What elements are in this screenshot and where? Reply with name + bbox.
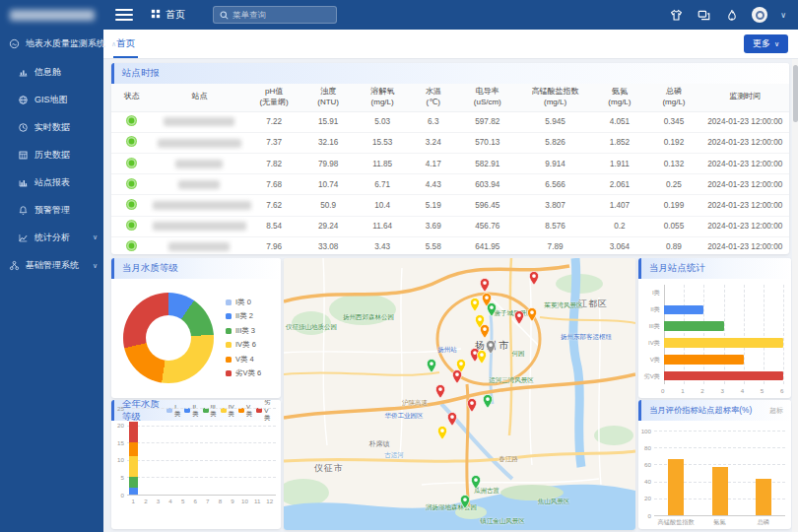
map-pin-green[interactable] [427,359,437,373]
donut-hole [146,315,191,361]
column-header-溶解氧: 溶解氧(mg/L) [356,84,410,111]
sidebar-group-基础管理系统[interactable]: 基础管理系统∨ [0,251,103,280]
hbar-II类[interactable] [664,305,703,315]
map-pin-green[interactable] [483,394,494,409]
legend-label: 劣V类 6 [235,368,261,378]
status-dot-online [127,200,136,209]
table-row[interactable]: 7.6250.910.45.19596.453.8071.4070.199202… [111,195,789,216]
value-cell: 7.37 [247,132,301,153]
gridline [127,477,276,478]
sidebar-group-地表水质量监测系统[interactable]: 地表水质量监测系统∧ [0,30,103,58]
map-pin-red[interactable] [452,369,463,384]
status-dot-online [127,179,136,188]
map-panel: 扬州市江都区仪征市扬州站扬州西郊森林公园仪征捺山地质公园茱萸湾风景区唐子城风景区… [284,258,635,530]
value-cell: 1.852 [592,132,646,153]
map-pin-green[interactable] [460,495,471,509]
map-pin-yellow[interactable] [437,426,448,440]
map-pin-red[interactable] [435,384,446,399]
table-row[interactable]: 7.8279.9811.854.17582.919.9141.9110.1322… [111,153,789,173]
legend-dot [226,313,232,319]
value-cell: 0.199 [646,195,700,216]
flame-icon[interactable] [724,8,739,23]
value-cell: 0.25 [646,174,700,195]
breadcrumb-home[interactable]: 首页 [166,8,185,22]
sidebar-item-站点报表[interactable]: 站点报表 [0,168,103,196]
legend-item-III类[interactable]: III类 3 [226,326,261,336]
tabstrip: 首页 更多∨ [103,30,798,59]
value-cell: 570.13 [457,132,518,153]
x-tick-label: 3 [721,387,724,394]
map-pin-yellow[interactable] [477,350,488,365]
search-input[interactable] [233,10,330,20]
hbar-V类[interactable] [664,355,744,365]
status-cell [111,174,152,195]
value-cell: 6.3 [410,111,457,132]
map-pin-orange[interactable] [527,307,538,322]
menu-search[interactable] [213,6,337,24]
sidebar-item-label: 统计分析 [34,232,70,244]
table-row[interactable]: 8.5429.2411.643.69456.768.5760.20.055202… [111,216,789,236]
sidebar-item-预警管理[interactable]: 预警管理 [0,196,103,224]
theme-skin-icon[interactable] [669,8,684,23]
station-report-panel: 站点时报 状态站点pH值(无量纲)浊度(NTU)溶解氧(mg/L)水温(℃)电导… [111,63,789,254]
y-tick-label: 5 [121,474,124,481]
station-table-body: 7.2215.915.036.3597.825.9454.0510.345202… [111,111,789,254]
sidebar-item-label: 信息舱 [34,66,61,79]
sidebar-item-信息舱[interactable]: 信息舱 [0,58,103,86]
map-pin-orange[interactable] [480,324,491,339]
multi-screen-icon[interactable] [697,8,711,23]
stacked-bar-month-1[interactable] [129,422,138,495]
map-pin-red[interactable] [467,398,478,413]
sidebar-item-label: 站点报表 [34,176,70,189]
sidebar-item-实时数据[interactable]: 实时数据 [0,113,103,141]
table-row[interactable]: 7.3732.1615.533.24570.135.8261.8520.1922… [111,132,789,153]
value-cell: 1.911 [592,153,646,173]
value-cell: 641.95 [457,236,518,254]
sidebar-item-GIS地图[interactable]: GIS地图 [0,86,103,113]
map-canvas[interactable]: 扬州市江都区仪征市扬州站扬州西郊森林公园仪征捺山地质公园茱萸湾风景区唐子城风景区… [284,258,635,530]
map-pin-red[interactable] [514,310,525,325]
station-name-cell [152,195,246,216]
table-row[interactable]: 7.9633.083.435.58641.957.893.0640.892024… [111,236,789,254]
vbar-总磷[interactable] [756,479,771,515]
hbar-III类[interactable] [664,321,724,331]
breadcrumb[interactable]: 首页 [151,8,185,22]
legend-item-劣V类[interactable]: 劣V类 6 [226,368,261,378]
value-cell: 6.71 [356,174,410,195]
dashboard-content: 站点时报 状态站点pH值(无量纲)浊度(NTU)溶解氧(mg/L)水温(℃)电导… [103,59,798,532]
hbar-劣V类[interactable] [664,371,783,381]
map-pin-green[interactable] [487,302,498,317]
x-tick-label: 7 [204,498,212,504]
exceed-rate-legend[interactable]: 超标 [769,406,783,416]
sidebar-item-label: 实时数据 [34,121,70,134]
sidebar-item-历史数据[interactable]: 历史数据 [0,141,103,168]
map-pin-red[interactable] [480,278,491,293]
value-cell: 7.82 [247,153,301,173]
user-avatar[interactable] [752,7,767,23]
vbar-高锰酸盐指数[interactable] [668,459,684,515]
legend-item-V类[interactable]: V类 4 [226,355,261,365]
user-menu-chevron-icon[interactable]: ∨ [780,11,786,20]
tab-home[interactable]: 首页 [113,30,138,58]
legend-item-II类[interactable]: II类 2 [226,311,261,321]
y-tick-label: 20 [644,495,651,501]
sidebar-item-统计分析[interactable]: 统计分析∨ [0,224,103,251]
sidebar-item-label: 历史数据 [34,149,70,162]
bar-segment-IV类 [129,456,138,477]
map-pin-yellow[interactable] [470,298,481,312]
legend-item-I类[interactable]: I类 0 [226,298,261,307]
scrollbar-thumb[interactable] [793,65,798,122]
y-tick-label: 10 [117,456,124,463]
map-pin-red[interactable] [529,271,540,286]
sidebar-item-label: 预警管理 [34,204,70,217]
map-pin-green[interactable] [471,475,482,490]
legend-item-IV类[interactable]: IV类 6 [226,340,261,350]
map-pin-red[interactable] [447,412,458,427]
table-row[interactable]: 7.2215.915.036.3597.825.9454.0510.345202… [111,111,789,132]
sidebar-toggle-icon[interactable] [115,9,133,22]
vbar-氨氮[interactable] [712,467,728,515]
table-row[interactable]: 7.6810.746.714.43603.946.5662.0610.25202… [111,174,789,195]
hbar-IV类[interactable] [664,338,783,348]
value-cell: 5.945 [518,111,593,132]
more-button[interactable]: 更多∨ [744,34,788,53]
